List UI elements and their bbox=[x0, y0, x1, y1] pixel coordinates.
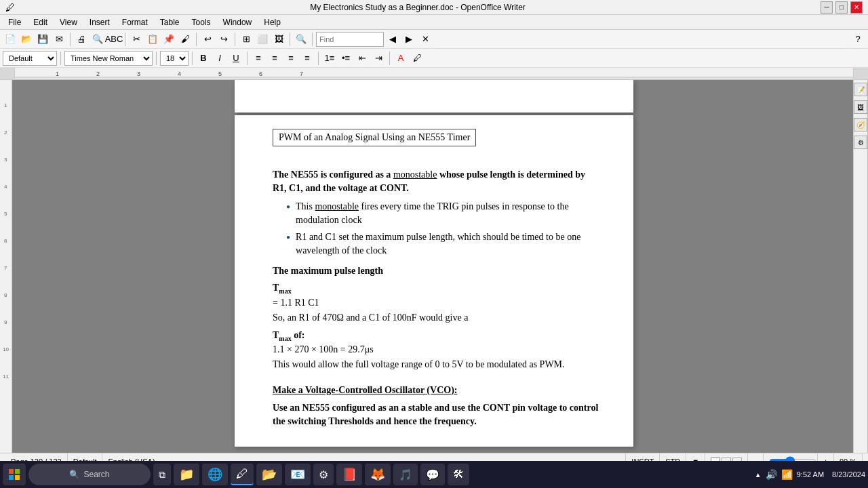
sep-fmt3 bbox=[192, 52, 193, 65]
svg-text:2: 2 bbox=[4, 129, 7, 136]
find-next-btn[interactable]: ▶ bbox=[401, 32, 416, 47]
taskbar-chevron-icon[interactable]: ▲ bbox=[755, 471, 762, 479]
menu-file[interactable]: File bbox=[3, 16, 26, 28]
undo-btn[interactable]: ↩ bbox=[200, 32, 215, 47]
find-prev-btn[interactable]: ◀ bbox=[385, 32, 400, 47]
sep6 bbox=[312, 33, 313, 46]
acrobat-taskbar-btn[interactable]: 📕 bbox=[336, 464, 362, 485]
paragraph-style-select[interactable]: Default bbox=[3, 51, 57, 66]
print-btn[interactable]: 🖨 bbox=[74, 32, 89, 47]
email-btn[interactable]: ✉ bbox=[52, 32, 66, 47]
page-top-fragment bbox=[235, 80, 633, 113]
menu-window[interactable]: Window bbox=[218, 16, 258, 28]
extra2-taskbar-btn[interactable]: 💬 bbox=[420, 464, 445, 485]
paste-btn[interactable]: 📌 bbox=[161, 32, 176, 47]
insert-frame-btn[interactable]: ⬜ bbox=[255, 32, 270, 47]
sep-fmt4 bbox=[247, 52, 248, 65]
paragraph-1: The NE555 is configured as a monostable … bbox=[273, 168, 599, 195]
sep4 bbox=[235, 33, 235, 46]
find-input[interactable] bbox=[316, 32, 384, 47]
svg-text:10: 10 bbox=[3, 346, 9, 352]
monostable-1: monostable bbox=[393, 169, 437, 180]
nav-icon[interactable]: 🧭 bbox=[854, 118, 867, 131]
spellcheck-btn[interactable]: ABC bbox=[106, 32, 121, 47]
open-btn[interactable]: 📂 bbox=[19, 32, 34, 47]
redo-btn[interactable]: ↪ bbox=[216, 32, 231, 47]
toolbar-formatting: Default Times New Roman 18 B I U ≡ ≡ ≡ ≡… bbox=[0, 49, 868, 68]
indent-less-btn[interactable]: ⇤ bbox=[355, 51, 370, 66]
explorer-taskbar-btn[interactable]: 📁 bbox=[174, 464, 199, 485]
align-left-btn[interactable]: ≡ bbox=[251, 51, 266, 66]
mail-taskbar-btn[interactable]: 📧 bbox=[285, 464, 311, 485]
svg-rect-21 bbox=[9, 469, 14, 474]
tmax-formula-label: Tmax bbox=[273, 283, 599, 295]
maximize-button[interactable]: □ bbox=[835, 1, 848, 14]
svg-text:4: 4 bbox=[4, 184, 7, 190]
bullets-btn[interactable]: •≡ bbox=[338, 51, 353, 66]
format-paint-btn[interactable]: 🖌 bbox=[178, 32, 193, 47]
indent-more-btn[interactable]: ⇥ bbox=[371, 51, 386, 66]
copy-btn[interactable]: 📋 bbox=[145, 32, 160, 47]
highlight-btn[interactable]: 🖊 bbox=[410, 51, 425, 66]
sep2 bbox=[125, 33, 125, 46]
print-preview-btn[interactable]: 🔍 bbox=[90, 32, 105, 47]
extra-icon[interactable]: ⚙ bbox=[854, 136, 867, 149]
svg-text:2: 2 bbox=[96, 70, 100, 77]
align-center-btn[interactable]: ≡ bbox=[267, 51, 282, 66]
insert-graphics-btn[interactable]: 🖼 bbox=[271, 32, 286, 47]
font-color-btn[interactable]: A bbox=[393, 51, 408, 66]
taskview-button[interactable]: ⧉ bbox=[153, 464, 171, 485]
svg-text:9: 9 bbox=[4, 319, 7, 325]
find-close-btn[interactable]: ✕ bbox=[418, 32, 433, 47]
vertical-ruler: 1 2 3 4 5 6 7 8 9 10 11 bbox=[0, 80, 12, 453]
bullet-dot-2: ● bbox=[286, 233, 290, 257]
firefox-taskbar-btn[interactable]: 🦊 bbox=[365, 464, 391, 485]
extra3-taskbar-btn[interactable]: 🛠 bbox=[448, 464, 469, 485]
menu-help[interactable]: Help bbox=[258, 16, 286, 28]
insert-table-btn[interactable]: ⊞ bbox=[239, 32, 254, 47]
menu-format[interactable]: Format bbox=[117, 16, 153, 28]
search-button[interactable]: 🔍 Search bbox=[28, 464, 151, 485]
menu-table[interactable]: Table bbox=[155, 16, 185, 28]
chrome-taskbar-btn[interactable]: 🌐 bbox=[202, 464, 228, 485]
extra1-taskbar-btn[interactable]: 🎵 bbox=[393, 464, 418, 485]
max-pulse-heading: The maximum pulse length bbox=[273, 264, 599, 278]
window-controls[interactable]: ─ □ ✕ bbox=[821, 1, 863, 14]
align-right-btn[interactable]: ≡ bbox=[283, 51, 298, 66]
menu-tools[interactable]: Tools bbox=[186, 16, 216, 28]
save-btn[interactable]: 💾 bbox=[35, 32, 50, 47]
gallery-icon[interactable]: 🖼 bbox=[854, 100, 867, 114]
settings-taskbar-btn[interactable]: ⚙ bbox=[313, 464, 334, 485]
files-taskbar-btn[interactable]: 📂 bbox=[256, 464, 282, 485]
monostable-2: monostable bbox=[315, 201, 359, 211]
calculation-line: 1.1 × 270 × 100n = 29.7μs bbox=[273, 344, 599, 355]
close-button[interactable]: ✕ bbox=[850, 1, 863, 14]
svg-text:1: 1 bbox=[4, 102, 7, 108]
start-button[interactable] bbox=[3, 464, 26, 485]
help-btn[interactable]: ? bbox=[850, 32, 865, 47]
new-btn[interactable]: 📄 bbox=[3, 32, 18, 47]
find-btn[interactable]: 🔍 bbox=[294, 32, 309, 47]
italic-button[interactable]: I bbox=[212, 51, 227, 66]
align-justify-btn[interactable]: ≡ bbox=[300, 51, 315, 66]
minimize-button[interactable]: ─ bbox=[821, 1, 833, 14]
openoffice-taskbar-btn[interactable]: 🖊 bbox=[231, 464, 254, 485]
numbering-btn[interactable]: 1≡ bbox=[322, 51, 337, 66]
cut-btn[interactable]: ✂ bbox=[129, 32, 144, 47]
left-sidebar: 1 2 3 4 5 6 7 8 9 10 11 bbox=[0, 80, 15, 453]
search-label: Search bbox=[83, 470, 109, 479]
menu-edit[interactable]: Edit bbox=[28, 16, 53, 28]
menu-insert[interactable]: Insert bbox=[84, 16, 115, 28]
styles-icon[interactable]: 📝 bbox=[854, 83, 867, 96]
so-line: So, an R1 of 470Ω and a C1 of 100nF woul… bbox=[273, 311, 599, 325]
bullet-1: ● This monostable fires every time the T… bbox=[286, 200, 599, 226]
font-name-select[interactable]: Times New Roman bbox=[64, 51, 153, 66]
sep5 bbox=[290, 33, 290, 46]
bold-button[interactable]: B bbox=[196, 51, 211, 66]
underline-button[interactable]: U bbox=[229, 51, 243, 66]
title-bar: 🖊 My Electronics Study as a Beginner.doc… bbox=[0, 0, 868, 15]
window-title: My Electronics Study as a Beginner.doc -… bbox=[15, 3, 821, 12]
menu-view[interactable]: View bbox=[54, 16, 83, 28]
font-size-select[interactable]: 18 bbox=[160, 51, 189, 66]
formula-1: = 1.1 R1 C1 bbox=[273, 298, 599, 308]
